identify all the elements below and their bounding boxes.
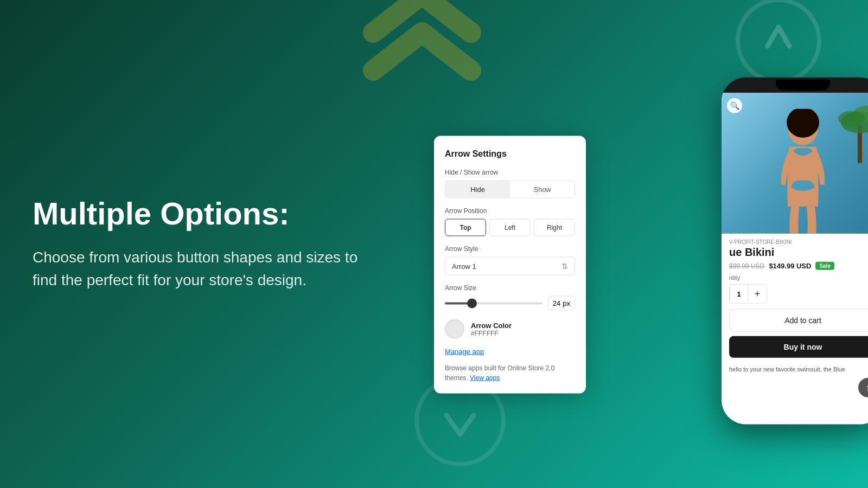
position-group: Top Left Right bbox=[445, 219, 575, 236]
arrow-style-value: Arrow 1 bbox=[452, 262, 476, 270]
position-section: Arrow Position Top Left Right bbox=[445, 207, 575, 236]
phone-screen: 🔍 bbox=[722, 93, 868, 425]
size-unit: px bbox=[563, 299, 570, 307]
size-label: Arrow Size bbox=[445, 284, 575, 292]
slider-thumb[interactable] bbox=[467, 298, 477, 308]
style-section: Arrow Style Arrow 1 ⇅ bbox=[445, 245, 575, 275]
phone-mockup: 🔍 bbox=[722, 78, 868, 425]
left-section: Multiple Options: Choose from various bu… bbox=[33, 196, 369, 292]
position-right-button[interactable]: Right bbox=[534, 219, 575, 236]
color-swatch[interactable] bbox=[445, 319, 464, 339]
price-original: $99.99 USD bbox=[729, 262, 764, 269]
color-info: Arrow Color #FFFFFF bbox=[471, 321, 512, 337]
color-label: Arrow Color bbox=[471, 321, 512, 329]
style-label: Arrow Style bbox=[445, 245, 575, 253]
palm-trees bbox=[838, 93, 868, 163]
magnify-icon[interactable]: 🔍 bbox=[727, 98, 742, 113]
browse-text: Browse apps built for Online Store 2.0 t… bbox=[445, 363, 575, 383]
product-name: ue Bikini bbox=[729, 246, 868, 259]
phone-notch bbox=[776, 80, 830, 91]
manage-app-link[interactable]: Manage app bbox=[445, 348, 575, 356]
quantity-increase-button[interactable]: + bbox=[748, 285, 767, 303]
size-value: 24 bbox=[553, 299, 560, 307]
page-description: Choose from various button shapes and si… bbox=[33, 246, 369, 292]
show-button[interactable]: Show bbox=[510, 181, 575, 198]
arrow-settings-panel: Arrow Settings Hide / Show arrow Hide Sh… bbox=[434, 136, 586, 394]
color-section: Arrow Color #FFFFFF bbox=[445, 319, 575, 339]
hide-show-label: Hide / Show arrow bbox=[445, 169, 575, 176]
hide-show-section: Hide / Show arrow Hide Show bbox=[445, 169, 575, 198]
product-image-area: 🔍 bbox=[722, 93, 868, 234]
size-row: 24 px bbox=[445, 296, 575, 311]
product-info: V-PROFIT-STORE-BIKINI ue Bikini $99.99 U… bbox=[722, 234, 868, 362]
quantity-label: ntity bbox=[729, 274, 868, 281]
product-store: V-PROFIT-STORE-BIKINI bbox=[729, 239, 868, 245]
phone-notch-bar bbox=[722, 78, 868, 93]
dropdown-arrow-icon: ⇅ bbox=[561, 262, 568, 271]
quantity-value: 1 bbox=[730, 285, 748, 303]
scroll-to-top-button[interactable]: ↑ bbox=[858, 378, 868, 397]
svg-point-5 bbox=[838, 111, 865, 126]
sale-badge: Sale bbox=[815, 262, 834, 270]
settings-panel-title: Arrow Settings bbox=[445, 149, 575, 159]
product-description: hello to your new favorite swimsuit, the… bbox=[722, 362, 868, 377]
price-row: $99.99 USD $149.99 USD Sale bbox=[729, 262, 868, 270]
add-to-cart-button[interactable]: Add to cart bbox=[729, 309, 868, 332]
view-apps-link[interactable]: View apps bbox=[470, 374, 500, 382]
position-top-button[interactable]: Top bbox=[445, 219, 486, 236]
model-figure bbox=[765, 109, 841, 234]
right-section: Arrow Settings Hide / Show arrow Hide Sh… bbox=[407, 0, 868, 488]
size-value-box: 24 px bbox=[548, 296, 575, 311]
size-slider[interactable] bbox=[445, 302, 542, 304]
price-current: $149.99 USD bbox=[769, 262, 811, 270]
page-title: Multiple Options: bbox=[33, 196, 369, 231]
hide-show-toggle[interactable]: Hide Show bbox=[445, 181, 575, 198]
buy-now-button[interactable]: Buy it now bbox=[729, 336, 868, 358]
position-left-button[interactable]: Left bbox=[489, 219, 531, 236]
size-section: Arrow Size 24 px bbox=[445, 284, 575, 311]
hide-button[interactable]: Hide bbox=[445, 181, 510, 198]
arrow-style-dropdown[interactable]: Arrow 1 ⇅ bbox=[445, 257, 575, 275]
position-label: Arrow Position bbox=[445, 207, 575, 215]
quantity-row: 1 + bbox=[729, 284, 767, 304]
color-hex: #FFFFFF bbox=[471, 329, 512, 337]
